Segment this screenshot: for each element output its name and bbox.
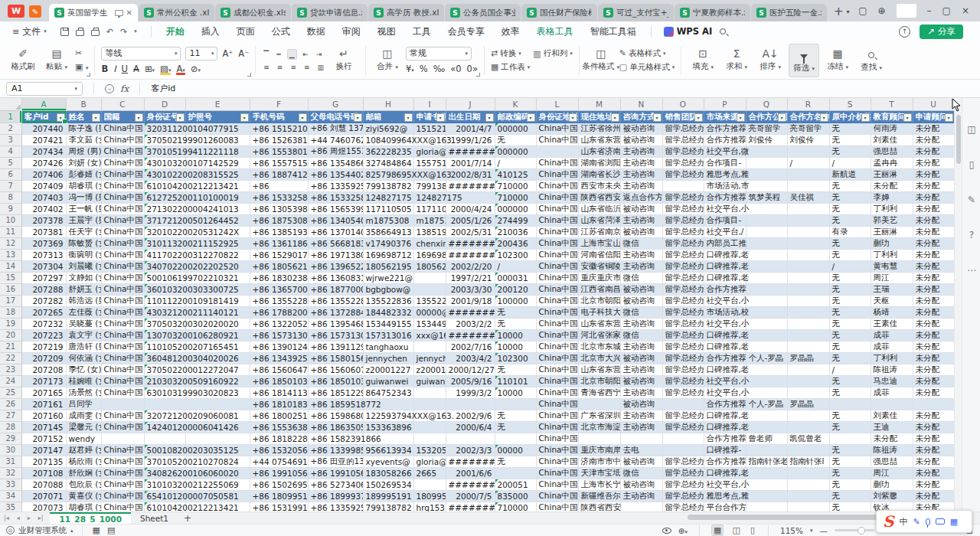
- cell[interactable]: 207378: [21, 214, 66, 226]
- cell[interactable]: 207147: [21, 444, 66, 456]
- cell[interactable]: [746, 226, 787, 237]
- cell[interactable]: +86 1560607386: [308, 364, 363, 375]
- cell[interactable]: [578, 433, 620, 444]
- cell[interactable]: [746, 168, 787, 180]
- cell[interactable]: 未分配: [913, 191, 954, 203]
- sort-button[interactable]: A↓ 排序 ▾: [755, 44, 786, 77]
- cell[interactable]: 社交平台,微: [704, 145, 746, 157]
- cell[interactable]: 彭睿婧 (女: [66, 168, 101, 180]
- cell[interactable]: [787, 444, 829, 456]
- cell[interactable]: 山东省菏泽: [578, 214, 620, 226]
- clipboard-dialog-launcher[interactable]: [87, 73, 90, 77]
- row-number[interactable]: 2: [0, 123, 21, 134]
- undo-icon[interactable]: ↶: [106, 27, 113, 37]
- cell[interactable]: 留学总经办: [662, 375, 704, 387]
- row-number[interactable]: 33: [0, 479, 21, 490]
- cell[interactable]: [746, 180, 787, 191]
- cell[interactable]: 未分配: [913, 214, 954, 226]
- cell[interactable]: China中国: [536, 168, 578, 180]
- last-sheet-icon[interactable]: ▸|: [34, 515, 47, 521]
- cell[interactable]: 无: [829, 214, 871, 226]
- file-tab[interactable]: S公务员国企事业单位: [445, 4, 521, 21]
- column-letter[interactable]: N: [620, 98, 662, 110]
- cell[interactable]: China中国: [536, 490, 578, 502]
- cell[interactable]: China中国: [101, 295, 144, 306]
- cell[interactable]: 未分配: [913, 444, 954, 456]
- cell[interactable]: 122593794XXX@163.: [363, 410, 413, 421]
- row-number[interactable]: 9: [0, 203, 21, 214]
- row-number[interactable]: 24: [0, 375, 21, 387]
- cell[interactable]: 被动咨询: [620, 398, 662, 410]
- cell[interactable]: +86 1859518772: [308, 398, 363, 410]
- cell[interactable]: gloria@uk: [413, 145, 446, 157]
- cell[interactable]: +86 1850103098: [308, 375, 363, 387]
- cell[interactable]: 207403: [21, 191, 66, 203]
- cell[interactable]: +86 1335925706: [308, 180, 363, 191]
- rows-cols-button[interactable]: ▥行和列▾: [533, 48, 572, 59]
- edit-panel-icon[interactable]: ✎: [965, 194, 978, 205]
- strikethrough-button[interactable]: A: [133, 64, 139, 74]
- file-tab[interactable]: S高学历 教授.xlsx: [368, 4, 444, 21]
- header-cell[interactable]: 邮政编码▾: [495, 110, 536, 123]
- cell[interactable]: xyevents@: [363, 456, 413, 467]
- cell[interactable]: 口碑推荐,老: [704, 364, 746, 375]
- cell[interactable]: 未分配: [913, 410, 954, 421]
- cell[interactable]: 未分配: [913, 490, 954, 502]
- cell[interactable]: [787, 341, 829, 352]
- cell[interactable]: [787, 502, 829, 511]
- comma-style-button[interactable]: ‰: [433, 64, 445, 74]
- cell[interactable]: +86 18753080: [250, 214, 308, 226]
- cell[interactable]: gloria@uk: [413, 456, 446, 467]
- cell[interactable]: +86 13053983: [250, 203, 308, 214]
- print-icon[interactable]: [76, 30, 84, 36]
- row-number[interactable]: 5: [0, 157, 21, 168]
- cell[interactable]: China中国: [101, 387, 144, 398]
- cell[interactable]: 社交平台,小: [704, 318, 746, 329]
- cell[interactable]: 2003/3/30: [446, 283, 495, 295]
- cell[interactable]: 陈祖涛: [871, 444, 913, 456]
- cell[interactable]: 无: [829, 329, 871, 341]
- column-letter[interactable]: T: [871, 98, 913, 110]
- ime-chinese-mode-icon[interactable]: 中: [899, 516, 907, 528]
- cell[interactable]: +86 18056219: [250, 260, 308, 272]
- cell[interactable]: 北京市大兴: [578, 352, 620, 364]
- cell[interactable]: 合作方推荐: [704, 283, 746, 295]
- cell[interactable]: 留学总经办: [662, 456, 704, 467]
- cell[interactable]: [413, 479, 446, 490]
- cell[interactable]: 710000: [495, 180, 536, 191]
- row-number[interactable]: 14: [0, 260, 21, 272]
- spreadsheet-grid[interactable]: ABCDEFGHIJKLMNOPQRSTU1客户id▾姓名▾国籍▾身份证号▾护照…: [0, 98, 954, 511]
- cell[interactable]: +86 18302388: [250, 272, 308, 283]
- wps-logo-icon[interactable]: W: [8, 5, 24, 18]
- filter-dropdown-button[interactable]: ▾: [527, 113, 535, 122]
- worksheet-button[interactable]: ▦工作表▾: [491, 62, 530, 73]
- cell[interactable]: 留学总经办: [662, 318, 704, 329]
- cell[interactable]: 成雨雯 (女: [66, 410, 101, 421]
- cell[interactable]: 未分配: [913, 283, 954, 295]
- cell[interactable]: 留学总经办: [662, 249, 704, 260]
- cell[interactable]: [787, 490, 829, 502]
- cell[interactable]: 口碑推荐,老: [704, 410, 746, 421]
- header-cell[interactable]: 申请顾问▾: [913, 110, 954, 123]
- cell[interactable]: 207232: [21, 318, 66, 329]
- cell[interactable]: 180562195: [363, 260, 413, 272]
- row-number[interactable]: 18: [0, 306, 21, 318]
- cell[interactable]: ########: [446, 306, 495, 318]
- cell[interactable]: China中国: [536, 272, 578, 283]
- cell[interactable]: 主动咨询: [620, 318, 662, 329]
- cell[interactable]: [787, 283, 829, 295]
- cell[interactable]: 无: [829, 490, 871, 502]
- prev-sheet-icon[interactable]: ◂: [13, 515, 24, 521]
- freeze-button[interactable]: ▦ 冻结 ▾: [822, 44, 853, 77]
- cell[interactable]: 无: [495, 410, 536, 421]
- cell[interactable]: China中国: [101, 260, 144, 272]
- cell[interactable]: [787, 421, 829, 433]
- cell[interactable]: +86 1580156591: [308, 352, 363, 364]
- cell[interactable]: 799138782: [363, 502, 413, 511]
- cell[interactable]: 刘俊伶: [746, 134, 787, 145]
- cell[interactable]: [746, 214, 787, 226]
- row-number[interactable]: 34: [0, 490, 21, 502]
- font-color-button[interactable]: A▾: [176, 64, 185, 74]
- header-cell[interactable]: 现住地址▾: [578, 110, 620, 123]
- merge-button[interactable]: ◫ 合并 ▾: [372, 44, 403, 77]
